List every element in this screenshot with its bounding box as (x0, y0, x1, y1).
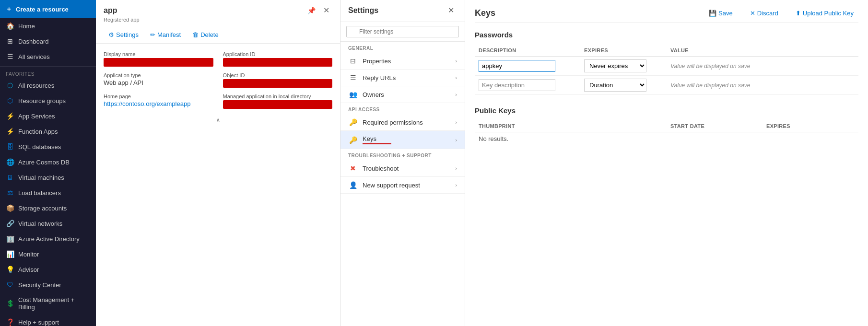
favorites-label: FAVORITES (0, 69, 96, 78)
save-button[interactable]: 💾 Save (704, 8, 738, 19)
sidebar-label-resource-groups: Resource groups (18, 97, 66, 105)
delete-icon: 🗑 (192, 31, 199, 38)
settings-item-properties[interactable]: ⊟ Properties › (340, 53, 465, 70)
sidebar-item-resource-groups[interactable]: ⬡ Resource groups (0, 93, 96, 108)
sidebar-label-all-services: All services (18, 53, 50, 60)
expires-col-header: EXPIRES (580, 45, 667, 57)
properties-chevron-icon: › (455, 58, 457, 64)
sql-databases-icon: 🗄 (6, 143, 14, 151)
managed-app-label: Managed application in local directory (223, 93, 333, 99)
delete-action-button[interactable]: 🗑 Delete (188, 29, 223, 40)
key-description-input-1[interactable] (479, 60, 555, 72)
sidebar-item-function-apps[interactable]: ⚡ Function Apps (0, 124, 96, 139)
passwords-table: DESCRIPTION EXPIRES VALUE Never expires … (475, 45, 858, 95)
sidebar-item-virtual-machines[interactable]: 🖥 Virtual machines (0, 170, 96, 185)
settings-item-new-support-request[interactable]: 👤 New support request › (340, 177, 465, 194)
discard-icon: ✕ (750, 10, 755, 17)
sidebar-item-security-center[interactable]: 🛡 Security Center (0, 277, 96, 292)
owners-chevron-icon: › (455, 92, 457, 97)
sidebar-item-azure-active-directory[interactable]: 🏢 Azure Active Directory (0, 231, 96, 246)
sidebar-item-dashboard[interactable]: ⊞ Dashboard (0, 34, 96, 49)
sidebar-item-advisor[interactable]: 💡 Advisor (0, 262, 96, 277)
manifest-action-button[interactable]: ✏ Manifest (145, 29, 186, 40)
app-registration-panel: app 📌 ✕ Registered app ⚙ Settings ✏ Mani… (96, 0, 340, 326)
settings-panel-close-button[interactable]: ✕ (445, 5, 457, 16)
key-value-placeholder-1: Value will be displayed on save (670, 63, 750, 70)
sidebar-label-dashboard: Dashboard (18, 38, 49, 45)
settings-item-troubleshoot[interactable]: ✖ Troubleshoot › (340, 160, 465, 177)
sidebar-item-virtual-networks[interactable]: 🔗 Virtual networks (0, 216, 96, 231)
sidebar-label-cosmos-db: Azure Cosmos DB (18, 159, 70, 166)
sidebar-item-app-services[interactable]: ⚡ App Services (0, 108, 96, 124)
application-id-value (223, 58, 333, 67)
application-type-value: Web app / API (104, 79, 143, 86)
object-id-label: Object ID (223, 72, 333, 78)
settings-action-label: Settings (116, 31, 139, 38)
manifest-action-label: Manifest (157, 31, 181, 38)
key-description-input-2[interactable] (479, 79, 555, 91)
sidebar-item-azure-cosmos-db[interactable]: 🌐 Azure Cosmos DB (0, 154, 96, 170)
app-panel-content: Display name Application ID Application … (96, 44, 340, 326)
settings-action-button[interactable]: ⚙ Settings (104, 29, 143, 40)
sidebar-item-storage-accounts[interactable]: 📦 Storage accounts (0, 200, 96, 216)
app-panel-header: app 📌 ✕ Registered app ⚙ Settings ✏ Mani… (96, 0, 340, 44)
settings-item-troubleshoot-label: Troubleshoot (363, 165, 399, 172)
app-panel-close-button[interactable]: ✕ (320, 5, 332, 16)
managed-app-field: Managed application in local directory (223, 93, 333, 109)
upload-public-key-button[interactable]: ⬆ Upload Public Key (791, 8, 858, 19)
home-page-value[interactable]: https://contoso.org/exampleapp (104, 100, 190, 107)
troubleshoot-chevron-icon: › (455, 165, 457, 171)
sidebar-item-help-support[interactable]: ❓ Help + support (0, 314, 96, 326)
create-resource-button[interactable]: ＋ Create a resource (0, 0, 96, 18)
home-page-field: Home page https://contoso.org/exampleapp (104, 93, 213, 109)
sidebar-item-sql-databases[interactable]: 🗄 SQL databases (0, 139, 96, 154)
pin-button[interactable]: 📌 (305, 6, 318, 15)
app-panel-title: app (104, 6, 117, 15)
start-date-col-header: START DATE (667, 120, 762, 132)
settings-items-container: GENERAL ⊟ Properties › ☰ Reply URLs › 👥 … (340, 42, 465, 326)
create-resource-label: Create a resource (16, 6, 69, 13)
sidebar-label-all-resources: All resources (18, 82, 54, 89)
sidebar-item-monitor[interactable]: 📊 Monitor (0, 246, 96, 262)
key-expires-select-2[interactable]: Duration Never expires 1 year 2 years (584, 79, 646, 92)
sidebar-item-all-resources[interactable]: ⬡ All resources (0, 78, 96, 93)
all-services-icon: ☰ (6, 53, 14, 60)
sidebar-label-monitor: Monitor (18, 251, 39, 258)
settings-item-required-permissions[interactable]: 🔑 Required permissions › (340, 114, 465, 131)
sidebar-label-app-services: App Services (18, 113, 55, 120)
plus-icon: ＋ (6, 5, 12, 13)
app-services-icon: ⚡ (6, 112, 14, 120)
sidebar-item-home[interactable]: 🏠 Home (0, 18, 96, 34)
sidebar-label-help-support: Help + support (18, 319, 59, 326)
monitor-icon: 📊 (6, 250, 14, 258)
settings-item-owners[interactable]: 👥 Owners › (340, 86, 465, 103)
manifest-icon: ✏ (150, 31, 155, 38)
all-resources-icon: ⬡ (6, 82, 14, 89)
sidebar-item-load-balancers[interactable]: ⚖ Load balancers (0, 185, 96, 200)
sidebar-label-load-balancers: Load balancers (18, 189, 61, 197)
display-name-value (104, 58, 213, 67)
application-type-label: Application type (104, 72, 213, 78)
settings-icon: ⚙ (108, 31, 114, 38)
settings-filter-container: 🔍 (340, 22, 465, 42)
sidebar: ＋ Create a resource 🏠 Home ⊞ Dashboard ☰… (0, 0, 96, 326)
discard-label: Discard (757, 10, 778, 17)
sidebar-label-function-apps: Function Apps (18, 128, 58, 135)
settings-item-reply-urls[interactable]: ☰ Reply URLs › (340, 70, 465, 86)
troubleshooting-section-label: TROUBLESHOOTING + SUPPORT (340, 149, 465, 160)
key-expires-select-1[interactable]: Never expires 1 year 2 years (584, 59, 646, 72)
cosmos-db-icon: 🌐 (6, 158, 14, 166)
sidebar-item-all-services[interactable]: ☰ All services (0, 49, 96, 64)
aad-icon: 🏢 (6, 235, 14, 243)
collapse-button[interactable]: ∧ (104, 116, 332, 124)
upload-public-key-label: Upload Public Key (803, 10, 854, 17)
settings-item-keys[interactable]: 🔑 Keys › (340, 131, 465, 149)
virtual-networks-icon: 🔗 (6, 220, 14, 227)
sidebar-item-cost-management[interactable]: 💲 Cost Management + Billing (0, 292, 96, 314)
display-name-label: Display name (104, 51, 213, 57)
new-support-request-chevron-icon: › (455, 182, 457, 188)
settings-filter-input[interactable] (346, 26, 459, 37)
discard-button[interactable]: ✕ Discard (745, 8, 783, 19)
description-col-header: DESCRIPTION (475, 45, 580, 57)
sidebar-label-aad: Azure Active Directory (18, 235, 80, 243)
